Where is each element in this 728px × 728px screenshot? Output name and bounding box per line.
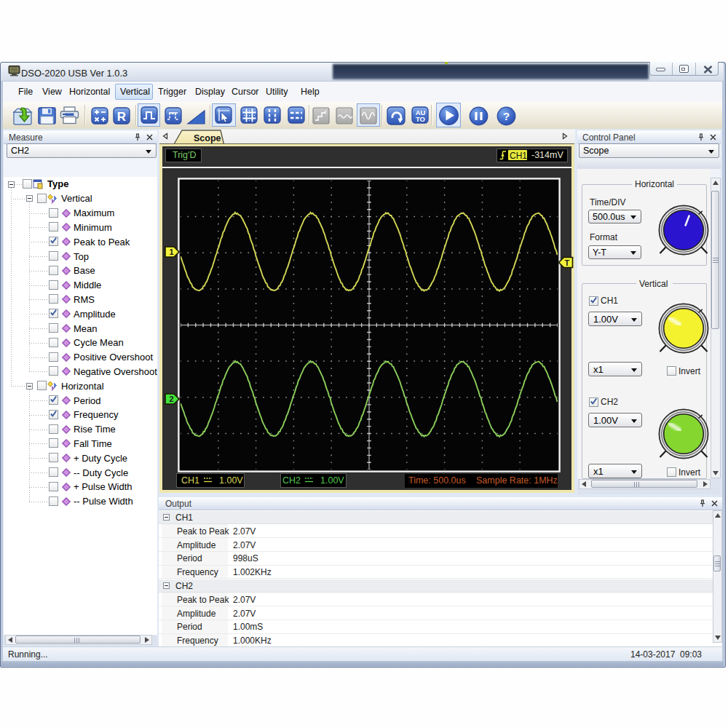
svg-text:2: 2 [170, 395, 174, 403]
svg-text:1: 1 [170, 248, 174, 256]
svg-text:Scope: Scope [194, 133, 221, 143]
svg-text:TO: TO [416, 115, 425, 123]
svg-text:T: T [565, 258, 570, 267]
svg-text:?: ? [503, 110, 510, 122]
